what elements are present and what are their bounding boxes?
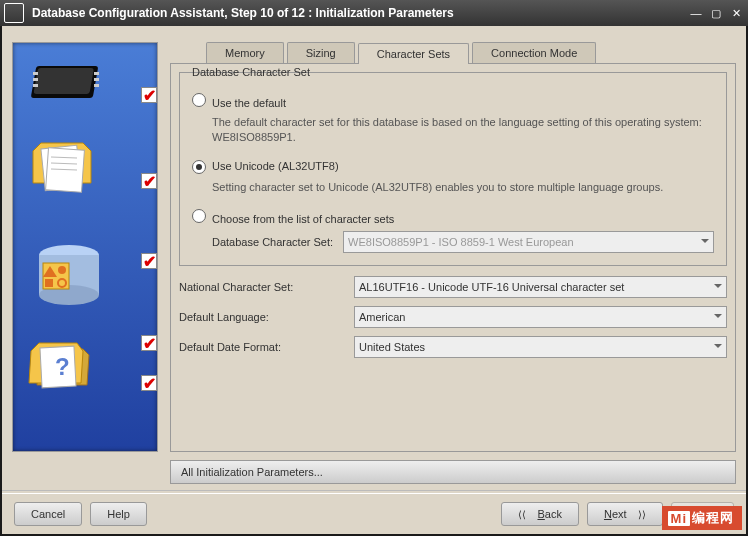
db-charset-value: WE8ISO8859P1 - ISO 8859-1 West European	[348, 236, 573, 248]
titlebar: Database Configuration Assistant, Step 1…	[0, 0, 748, 26]
watermark: Mi编程网	[662, 506, 742, 530]
svg-rect-19	[45, 279, 53, 287]
svg-rect-5	[94, 72, 99, 75]
default-language-value: American	[359, 311, 405, 323]
wizard-sidebar: ? ✔ ✔ ✔ ✔ ✔	[12, 42, 158, 452]
unicode-desc: Setting character set to Unicode (AL32UT…	[212, 180, 714, 195]
svg-text:?: ?	[55, 353, 70, 380]
national-charset-select[interactable]: AL16UTF16 - Unicode UTF-16 Universal cha…	[354, 276, 727, 298]
app-icon	[4, 3, 24, 23]
radio-label: Use Unicode (AL32UTF8)	[212, 160, 339, 172]
db-charset-label: Database Character Set:	[212, 236, 333, 248]
svg-rect-7	[94, 84, 99, 87]
next-arrow-icon: ⟩⟩	[638, 509, 646, 520]
radio-label: Choose from the list of character sets	[212, 213, 394, 225]
step-check-icon: ✔	[139, 85, 159, 105]
svg-rect-2	[33, 72, 38, 75]
tab-character-sets[interactable]: Character Sets	[358, 43, 469, 64]
window-title: Database Configuration Assistant, Step 1…	[32, 6, 684, 20]
main-panel: Memory Sizing Character Sets Connection …	[170, 42, 736, 484]
db-charset-group: Database Character Set Use the default T…	[179, 72, 727, 266]
step-check-icon: ✔	[139, 333, 159, 353]
back-button[interactable]: ⟨⟨ Back	[501, 502, 579, 526]
radio-icon	[192, 93, 206, 107]
lower-fields: National Character Set: AL16UTF16 - Unic…	[179, 276, 727, 358]
national-charset-value: AL16UTF16 - Unicode UTF-16 Universal cha…	[359, 281, 624, 293]
radio-icon	[192, 160, 206, 174]
footer: Cancel Help ⟨⟨ Back Next ⟩⟩ Finish	[2, 494, 746, 534]
default-date-format-value: United States	[359, 341, 425, 353]
back-arrow-icon: ⟨⟨	[518, 509, 526, 520]
default-language-label: Default Language:	[179, 311, 354, 323]
svg-rect-6	[94, 78, 99, 81]
default-desc: The default character set for this datab…	[212, 115, 714, 146]
tab-sizing[interactable]: Sizing	[287, 42, 355, 63]
radio-label: Use the default	[212, 97, 286, 109]
radio-choose-list[interactable]: Choose from the list of character sets	[192, 209, 714, 225]
default-date-format-select[interactable]: United States	[354, 336, 727, 358]
group-legend: Database Character Set	[188, 66, 314, 78]
next-button[interactable]: Next ⟩⟩	[587, 502, 663, 526]
national-charset-label: National Character Set:	[179, 281, 354, 293]
maximize-button[interactable]: ▢	[708, 5, 724, 21]
default-language-select[interactable]: American	[354, 306, 727, 328]
radio-use-unicode[interactable]: Use Unicode (AL32UTF8)	[192, 160, 714, 174]
tab-panel: Database Character Set Use the default T…	[170, 63, 736, 452]
all-init-params-button[interactable]: All Initialization Parameters...	[170, 460, 736, 484]
cancel-button[interactable]: Cancel	[14, 502, 82, 526]
tab-bar: Memory Sizing Character Sets Connection …	[206, 42, 736, 63]
radio-icon	[192, 209, 206, 223]
radio-use-default[interactable]: Use the default	[192, 93, 714, 109]
svg-point-18	[58, 266, 66, 274]
tab-memory[interactable]: Memory	[206, 42, 284, 63]
tab-connection-mode[interactable]: Connection Mode	[472, 42, 596, 63]
step-check-icon: ✔	[139, 171, 159, 191]
db-charset-select: WE8ISO8859P1 - ISO 8859-1 West European	[343, 231, 714, 253]
help-button[interactable]: Help	[90, 502, 147, 526]
sidebar-graphic: ?	[13, 43, 157, 451]
close-button[interactable]: ✕	[728, 5, 744, 21]
default-date-format-label: Default Date Format:	[179, 341, 354, 353]
minimize-button[interactable]: —	[688, 5, 704, 21]
step-check-icon: ✔	[139, 373, 159, 393]
step-check-icon: ✔	[139, 251, 159, 271]
svg-rect-4	[33, 84, 38, 87]
svg-rect-1	[33, 68, 94, 94]
svg-rect-3	[33, 78, 38, 81]
